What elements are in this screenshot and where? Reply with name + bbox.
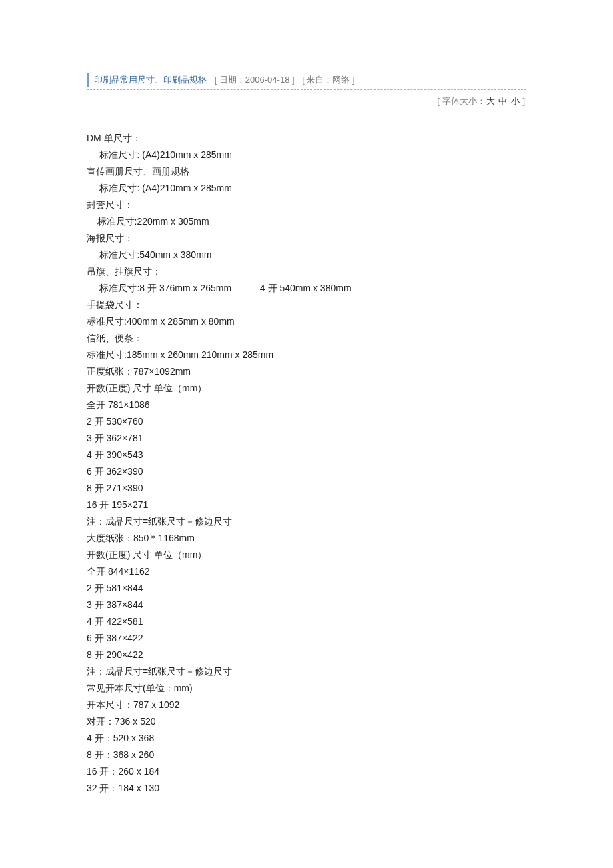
body-line: 标准尺寸: (A4)210mm x 285mm — [87, 147, 526, 163]
body-line: 4 开 422×581 — [87, 613, 526, 630]
date-bracket-close: ] — [289, 75, 294, 85]
body-line: 海报尺寸： — [87, 230, 526, 247]
body-line: 标准尺寸:8 开 376mm x 265mm 4 开 540mm x 380mm — [87, 280, 526, 297]
body-line: 吊旗、挂旗尺寸： — [87, 263, 526, 280]
body-line: 全开 844×1162 — [87, 563, 526, 580]
source-label: 来自： — [306, 75, 332, 85]
body-line: 信纸、便条： — [87, 330, 526, 347]
body-line: 标准尺寸:400mm x 285mm x 80mm — [87, 313, 526, 330]
body-line: 大度纸张：850＊1168mm — [87, 530, 526, 547]
body-line: 全开 781×1086 — [87, 397, 526, 413]
source-value: 网络 — [332, 75, 350, 85]
body-line: 标准尺寸:220mm x 305mm — [87, 213, 526, 230]
date-value: 2006-04-18 — [245, 75, 290, 85]
body-line: 开数(正度) 尺寸 单位（mm） — [87, 547, 526, 563]
body-line: 4 开：520 x 368 — [87, 730, 526, 747]
body-line: 3 开 362×781 — [87, 430, 526, 447]
body-line: 标准尺寸:540mm x 380mm — [87, 247, 526, 263]
body-line: 正度纸张：787×1092mm — [87, 363, 526, 380]
body-line: 8 开 271×390 — [87, 480, 526, 497]
body-line: 对开：736 x 520 — [87, 713, 526, 730]
header-bar: 印刷品常用尺寸、印刷品规格 [ 日期：2006-04-18 ] [ 来自：网络 … — [87, 73, 526, 87]
body-line: 16 开 195×271 — [87, 497, 526, 513]
article-title-link[interactable]: 印刷品常用尺寸、印刷品规格 — [94, 75, 207, 85]
body-line: 注：成品尺寸=纸张尺寸－修边尺寸 — [87, 663, 526, 680]
body-line: 开本尺寸：787 x 1092 — [87, 697, 526, 713]
body-line: 标准尺寸:185mm x 260mm 210mm x 285mm — [87, 347, 526, 363]
dashed-divider — [87, 89, 526, 90]
date-label: 日期： — [219, 75, 245, 85]
body-line: 注：成品尺寸=纸张尺寸－修边尺寸 — [87, 513, 526, 530]
body-line: 8 开：368 x 260 — [87, 747, 526, 763]
body-line: 4 开 390×543 — [87, 447, 526, 463]
body-line: 手提袋尺寸： — [87, 297, 526, 313]
source-bracket-close: ] — [350, 75, 354, 85]
body-line: 3 开 387×844 — [87, 597, 526, 613]
font-size-label: 字体大小： — [442, 96, 486, 106]
font-bracket-open: [ — [437, 96, 442, 106]
font-size-small[interactable]: 小 — [511, 96, 520, 106]
body-line: 开数(正度) 尺寸 单位（mm） — [87, 380, 526, 397]
body-line: 封套尺寸： — [87, 197, 526, 213]
body-line: 16 开：260 x 184 — [87, 763, 526, 780]
body-line: 8 开 290×422 — [87, 647, 526, 663]
body-line: 32 开：184 x 130 — [87, 780, 526, 797]
article-body: DM 单尺寸： 标准尺寸: (A4)210mm x 285mm宣传画册尺寸、画册… — [87, 130, 526, 797]
font-bracket-close: ] — [520, 96, 525, 106]
body-line: 6 开 387×422 — [87, 630, 526, 647]
font-size-large[interactable]: 大 — [486, 96, 495, 106]
date-bracket-open: [ — [215, 75, 219, 85]
body-line: 2 开 581×844 — [87, 580, 526, 597]
body-line: 2 开 530×760 — [87, 413, 526, 430]
font-size-medium[interactable]: 中 — [498, 96, 507, 106]
font-size-row: [ 字体大小：大 中 小 ] — [87, 95, 526, 107]
header-line: 印刷品常用尺寸、印刷品规格 [ 日期：2006-04-18 ] [ 来自：网络 … — [94, 73, 526, 87]
body-line: 6 开 362×390 — [87, 463, 526, 480]
body-line: 标准尺寸: (A4)210mm x 285mm — [87, 180, 526, 197]
body-line: 宣传画册尺寸、画册规格 — [87, 163, 526, 180]
body-line: DM 单尺寸： — [87, 130, 526, 147]
body-line: 常见开本尺寸(单位：mm) — [87, 680, 526, 697]
